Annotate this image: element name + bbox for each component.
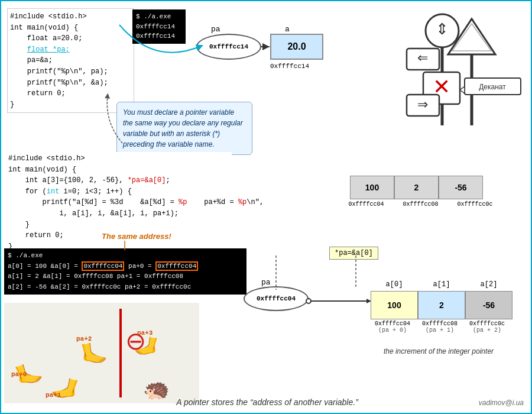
array2-addr-1: 0xffffcc08 (pa + 1): [416, 321, 463, 334]
arrow-pa-to-a: [261, 43, 272, 51]
array-1: 100 2 -56: [350, 176, 483, 199]
t2-line2: a[1] = 2 &a[1] = 0xffffcc08 pa+1 = 0xfff…: [8, 271, 243, 282]
array1-cell-1: 2: [394, 176, 439, 199]
pa-label-1: pa: [211, 25, 220, 34]
pa-label-2: pa: [261, 278, 271, 287]
barrier-line: [119, 309, 122, 397]
array2-label-2: a[2]: [465, 280, 512, 289]
svg-text:Деканат: Деканат: [479, 83, 506, 91]
footprint-label-pa1: pa+1: [46, 392, 61, 399]
code-block-1: #include <stdio.h> int main(void) { floa…: [7, 8, 134, 113]
svg-point-20: [306, 299, 311, 303]
array1-cell-2: -56: [439, 176, 483, 199]
tooltip-bubble: You must declare a pointer variable the …: [116, 102, 252, 155]
code2-pct-p2: %p: [238, 198, 246, 206]
pointer-decl: float *pa;: [27, 46, 70, 54]
array2-cell-2: -56: [465, 291, 512, 319]
array1-addr-1: 0xffffcc08: [398, 201, 443, 208]
t2-line1: a[0] = 100 &a[0] = 0xffffcc04 pa+0 = 0xf…: [8, 261, 243, 272]
road-signs-svg: ⇕ ⇐ ✕ Деканат ⇒: [395, 7, 525, 125]
array2-addrs: 0xffffcc04 (pa + 0) 0xffffcc08 (pa + 1) …: [369, 321, 511, 334]
array2-labels: a[0] a[1] a[2]: [371, 280, 512, 289]
array1-addr-0: 0xffffcc04: [344, 201, 388, 208]
code2-star-pa: *pa=&a[0]: [128, 176, 166, 185]
curved-arrow-1: [119, 19, 205, 54]
footprint-pa3: 🦶: [132, 334, 160, 360]
svg-text:⇕: ⇕: [436, 20, 449, 38]
a-rect-text-1: 20.0: [287, 41, 306, 52]
array2-cell-1: 2: [418, 291, 465, 319]
footprints-area: ⊖ 🦶 pa+0 🦶 pa+1 🦶 pa+2 🦶 pa+3 🦔: [4, 303, 199, 403]
svg-text:⇐: ⇐: [417, 50, 428, 65]
svg-text:⇒: ⇒: [417, 97, 428, 112]
bottom-credit: vadimov@i.ua: [479, 399, 524, 407]
footprint-pa2: 🦶: [79, 339, 110, 368]
code-text-1: #include <stdio.h> int main(void) { floa…: [7, 8, 134, 113]
array2-label-0: a[0]: [371, 280, 418, 289]
array2-label-1: a[1]: [418, 280, 465, 289]
same-addr-arrow: [124, 241, 125, 251]
footprint-label-pa2: pa+2: [76, 335, 92, 342]
addr-label-1: 0xffffcc14: [270, 63, 309, 70]
code2-int2: int: [47, 187, 60, 196]
array1-addr-2: 0xffffcc0c: [453, 201, 497, 208]
dashed-line-2: [276, 255, 359, 291]
footprint-pa1: 🦶: [48, 374, 80, 405]
pa-oval-text-2: 0xffffcc04: [257, 295, 296, 302]
array2-cell-0: 100: [371, 291, 418, 319]
pa-oval-1: 0xffffcc14: [196, 34, 261, 60]
a-rect-1: 20.0: [270, 34, 323, 60]
array2-addr-2: 0xffffcc0c (pa + 2): [463, 321, 511, 334]
t2-hl2: 0xffffcc04: [155, 261, 198, 271]
array2-addr-0: 0xffffcc04 (pa + 0): [369, 321, 416, 334]
footprint-label-pa0: pa+0: [11, 371, 27, 378]
array2-cells: 100 2 -56: [371, 291, 512, 319]
same-address-label: The same address!: [102, 232, 171, 241]
footprint-label-pa3: pa+3: [137, 329, 153, 337]
t2-line3: a[2] = -56 &a[2] = 0xffffcc0c pa+2 = 0xf…: [8, 282, 243, 293]
t2-hl1: 0xffffcc04: [82, 261, 124, 271]
array1-addrs: 0xffffcc04 0xffffcc08 0xffffcc0c: [344, 201, 497, 208]
arrow-pa2-to-array: [307, 297, 372, 305]
pa-oval-text-1: 0xffffcc14: [209, 43, 248, 50]
array1-cell-0: 100: [350, 176, 394, 199]
increment-label: the increment of the integer pointer: [356, 347, 521, 355]
tooltip-text: You must declare a pointer variable the …: [123, 108, 243, 148]
a-label-1: a: [285, 25, 290, 34]
terminal-2: $ ./a.exe a[0] = 100 &a[0] = 0xffffcc04 …: [4, 248, 246, 295]
road-signs-area: ⇕ ⇐ ✕ Деканат ⇒: [395, 7, 525, 125]
t2-line0: $ ./a.exe: [8, 251, 243, 261]
code2-int-kw: int: [8, 166, 21, 174]
bottom-quote: A pointer stores the “address of another…: [96, 397, 439, 407]
code2-pct-p1: %p: [179, 198, 187, 206]
